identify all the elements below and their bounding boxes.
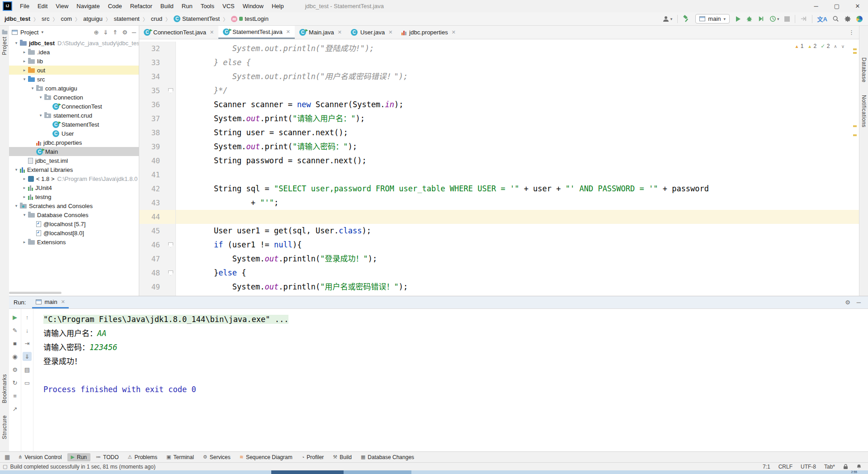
editor-tab-main-java[interactable]: CMain.java✕	[295, 26, 346, 39]
tree-chevron-icon[interactable]: ▸	[21, 194, 28, 199]
clear-icon[interactable]: ▭	[23, 378, 32, 387]
line-number[interactable]: 44	[139, 210, 166, 224]
debug-bug-icon[interactable]	[746, 15, 753, 22]
windows-taskbar[interactable]: 2:55	[0, 470, 868, 474]
error-stripe-mark[interactable]	[853, 48, 857, 50]
breadcrumb-item[interactable]: statement	[114, 15, 140, 22]
close-icon[interactable]: ✕	[286, 29, 290, 35]
line-number[interactable]: 41	[139, 168, 166, 182]
editor-body[interactable]: 32 System.out.println("登陆成功!");33 } else…	[139, 39, 859, 296]
breadcrumb-item[interactable]: mtestLogin	[231, 15, 269, 22]
line-number[interactable]: 40	[139, 154, 166, 168]
line-number[interactable]: 33	[139, 56, 166, 70]
run-with-coverage-icon[interactable]	[758, 15, 764, 22]
toolwindow-todo[interactable]: ≔TODO	[92, 453, 122, 461]
code-line-47[interactable]: 47 System.out.println("登录成功！");	[139, 252, 859, 266]
code-text[interactable]: }*/	[176, 84, 859, 98]
gutter-fold-column[interactable]	[166, 42, 176, 56]
line-number[interactable]: 45	[139, 224, 166, 238]
gutter-fold-column[interactable]	[166, 196, 176, 210]
line-number[interactable]: 47	[139, 252, 166, 266]
close-icon[interactable]: ✕	[452, 29, 456, 35]
notifications-bell-icon[interactable]	[856, 464, 862, 469]
menu-run[interactable]: Run	[178, 3, 197, 9]
error-stripe-mark[interactable]	[853, 134, 857, 136]
tree-chevron-icon[interactable]: ▸	[21, 50, 28, 54]
stop-icon[interactable]	[784, 16, 790, 22]
tool-stripe-bookmarks[interactable]: Bookmarks	[1, 374, 8, 403]
tree-item--idea[interactable]: ▸.idea	[9, 47, 139, 57]
code-text[interactable]: } else {	[176, 56, 859, 70]
rerun-icon[interactable]: ▶	[10, 313, 19, 322]
inspection-widget[interactable]: ▲ 1 ▲ 2 ✓ 2 ∧ ∨	[792, 42, 847, 50]
menu-file[interactable]: File	[16, 3, 33, 9]
tree-item-connection[interactable]: ▾Connection	[9, 93, 139, 102]
tree-chevron-icon[interactable]: ▾	[29, 86, 36, 90]
profiler-icon[interactable]: ▾	[769, 15, 779, 22]
gutter-fold-column[interactable]	[166, 98, 176, 112]
breadcrumb-item[interactable]: src	[42, 15, 49, 22]
menu-vcs[interactable]: VCS	[218, 3, 239, 9]
breadcrumb-item[interactable]: crud	[151, 15, 162, 22]
line-number[interactable]: 32	[139, 42, 166, 56]
tool-stripe-structure[interactable]: Structure	[1, 415, 8, 439]
toolwindow-version-control[interactable]: ⋔Version Control	[14, 453, 65, 461]
code-line-42[interactable]: 42 String sql = "SELECT user,password FR…	[139, 182, 859, 196]
build-hammer-icon[interactable]	[683, 15, 690, 23]
code-line-41[interactable]: 41	[139, 168, 859, 182]
error-stripe-mark[interactable]	[853, 52, 857, 54]
line-number[interactable]: 35	[139, 84, 166, 98]
settings-icon[interactable]: ⚙	[10, 365, 19, 374]
project-view-title[interactable]: Project	[20, 29, 38, 36]
restore-layout-icon[interactable]: ↻	[10, 378, 19, 387]
menu-window[interactable]: Window	[239, 3, 268, 9]
tab-list-icon[interactable]: ⋮	[844, 26, 859, 39]
hide-panel-icon[interactable]: ─	[857, 299, 861, 305]
hide-icon[interactable]: ─	[132, 29, 136, 35]
code-line-45[interactable]: 45 User user1 = get(sql, User.class);	[139, 224, 859, 238]
settings-gear-icon[interactable]	[844, 15, 851, 23]
toolwindow-build[interactable]: ⚒Build	[329, 453, 355, 461]
code-line-39[interactable]: 39 System.out.print("请输入密码：");	[139, 140, 859, 154]
caret-position[interactable]: 7:1	[763, 464, 770, 470]
toolwindow-database-changes[interactable]: ▦Database Changes	[357, 453, 418, 461]
project-horizontal-scrollbar[interactable]	[9, 292, 61, 294]
close-icon[interactable]: ✕	[388, 29, 392, 35]
line-number[interactable]: 42	[139, 182, 166, 196]
tree-item-database-consoles[interactable]: ▾Database Consoles	[9, 210, 139, 219]
soft-wrap-icon[interactable]: ⇥	[23, 339, 32, 348]
code-text[interactable]: String sql = "SELECT user,password FROM …	[176, 182, 859, 196]
code-text[interactable]: Scanner scanner = new Scanner(System.in)…	[176, 98, 859, 112]
code-line-34[interactable]: 34 System.out.println("用户名或密码错误！");	[139, 70, 859, 84]
menu-tools[interactable]: Tools	[197, 3, 218, 9]
code-text[interactable]: System.out.println("用户名或密码错误！");	[176, 70, 859, 84]
user-account-icon[interactable]: ▾	[662, 15, 673, 23]
menu-build[interactable]: Build	[156, 3, 178, 9]
fold-marker-icon[interactable]	[168, 270, 173, 275]
down-icon[interactable]: ↓	[23, 326, 32, 335]
gutter-fold-column[interactable]	[166, 224, 176, 238]
code-line-46[interactable]: 46 if (user1 != null){	[139, 238, 859, 252]
locate-icon[interactable]: ⊕	[94, 29, 99, 35]
code-text[interactable]: System.out.print("请输入用户名：");	[176, 112, 859, 126]
collapse-all-icon[interactable]: ⇑	[113, 29, 118, 35]
tree-chevron-icon[interactable]: ▾	[13, 204, 20, 208]
fold-marker-icon[interactable]	[168, 242, 173, 247]
code-text[interactable]: + "'";	[176, 196, 859, 210]
prev-issue-icon[interactable]: ∧	[834, 44, 837, 49]
minimize-icon[interactable]: ─	[806, 0, 826, 12]
toolwindow-terminal[interactable]: ▣Terminal	[163, 453, 198, 461]
gutter-fold-column[interactable]	[166, 126, 176, 140]
tree-item--1-8-[interactable]: ▸< 1.8 >C:\Program Files\Java\jdk1.8.0	[9, 174, 139, 183]
toolwindow-run[interactable]: ▶Run	[67, 453, 90, 461]
up-icon[interactable]: ↑	[23, 313, 32, 322]
tree-chevron-icon[interactable]: ▾	[13, 41, 20, 45]
code-line-49[interactable]: 49 System.out.println("用户名或密码错误！");	[139, 280, 859, 294]
run-tab-main[interactable]: main ✕	[32, 296, 68, 308]
tree-item-user[interactable]: CUser	[9, 129, 139, 138]
menu-help[interactable]: Help	[268, 3, 288, 9]
code-line-40[interactable]: 40 String password = scanner.next();	[139, 154, 859, 168]
tree-item-out[interactable]: ▸out	[9, 66, 139, 75]
gutter-fold-column[interactable]	[166, 70, 176, 84]
code-text[interactable]: User user1 = get(sql, User.class);	[176, 224, 859, 238]
